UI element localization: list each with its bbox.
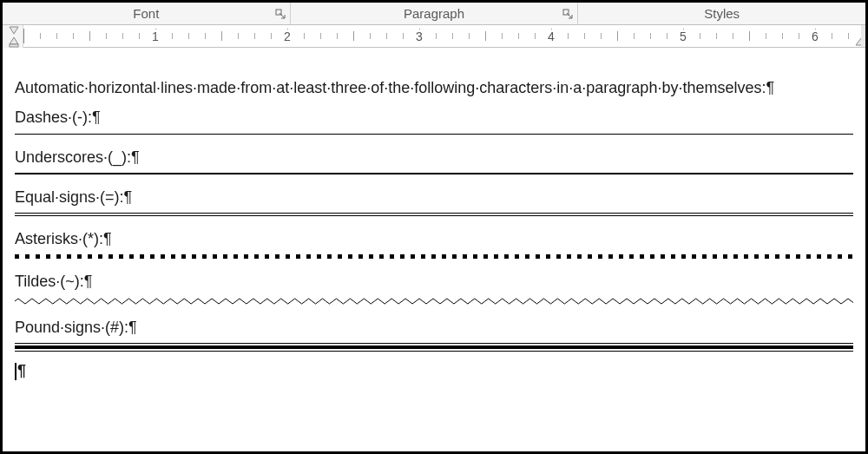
section-label: Tildes·(~):¶ bbox=[15, 271, 853, 292]
ruler-tick bbox=[634, 33, 635, 39]
ruler-tick bbox=[452, 33, 453, 39]
ruler-tick bbox=[848, 33, 849, 39]
pilcrow-icon: ¶ bbox=[17, 362, 26, 379]
ruler-tick bbox=[650, 33, 651, 39]
ruler-tick bbox=[716, 33, 717, 39]
ruler-tick bbox=[601, 33, 602, 39]
ruler-tick bbox=[782, 33, 783, 39]
ruler-tick bbox=[617, 31, 618, 41]
ruler-tick bbox=[320, 33, 321, 39]
empty-line: ¶ bbox=[15, 360, 853, 381]
ruler-tick bbox=[799, 33, 799, 39]
dialog-launcher-icon[interactable] bbox=[274, 8, 286, 20]
ruler-tick bbox=[221, 31, 222, 41]
ruler-tick bbox=[667, 33, 667, 39]
ruler-tick bbox=[56, 33, 57, 39]
horizontal-line-underscore bbox=[15, 173, 853, 174]
ruler-number: 6 bbox=[811, 30, 819, 43]
ruler-tick bbox=[733, 33, 733, 39]
ruler-tick bbox=[23, 29, 24, 43]
intro-text: Automatic·horizontal·lines·made·from·at·… bbox=[15, 77, 853, 98]
ruler-tick bbox=[238, 33, 239, 39]
ruler-tick bbox=[469, 33, 470, 39]
ruler-tick bbox=[73, 33, 74, 39]
ribbon-group-label: Paragraph bbox=[404, 6, 464, 21]
ruler-number: 4 bbox=[547, 30, 556, 43]
ruler-tick bbox=[485, 31, 486, 41]
ribbon-group-label: Font bbox=[133, 6, 159, 21]
ribbon-group-paragraph: Paragraph bbox=[291, 3, 579, 24]
horizontal-line-asterisk bbox=[15, 254, 853, 259]
ruler-tick bbox=[205, 33, 206, 39]
ruler-tick bbox=[139, 33, 140, 39]
ruler-tick bbox=[271, 33, 272, 39]
ruler-tick bbox=[568, 33, 569, 39]
ruler-number: 1 bbox=[151, 30, 160, 43]
ruler-tick bbox=[254, 33, 255, 39]
ruler-tick bbox=[353, 31, 354, 41]
ruler-tick bbox=[584, 33, 585, 39]
ribbon-group-label: Styles bbox=[704, 6, 740, 21]
section-label: Pound·signs·(#):¶ bbox=[15, 317, 853, 338]
horizontal-line-tilde bbox=[15, 298, 853, 305]
ruler-tick bbox=[535, 33, 536, 39]
ruler-tick bbox=[188, 33, 189, 39]
ruler-tick bbox=[403, 33, 404, 39]
text-cursor bbox=[15, 363, 16, 380]
indent-markers[interactable] bbox=[7, 25, 24, 48]
ribbon-group-labels: Font Paragraph Styles bbox=[3, 3, 865, 25]
ruler-margin-area bbox=[861, 25, 865, 47]
ruler-number: 2 bbox=[283, 30, 292, 43]
ruler-tick bbox=[122, 33, 123, 39]
section-label: Equal·signs·(=):¶ bbox=[15, 187, 853, 207]
ruler-tick bbox=[502, 33, 503, 39]
svg-rect-4 bbox=[10, 44, 18, 47]
ruler-tick bbox=[304, 33, 305, 39]
ruler-tick bbox=[386, 33, 387, 39]
ruler-tick bbox=[700, 33, 700, 39]
dialog-launcher-icon[interactable] bbox=[562, 8, 574, 20]
ruler-tick bbox=[832, 33, 832, 39]
horizontal-line-equal bbox=[15, 213, 853, 216]
ruler-tick bbox=[172, 33, 173, 39]
horizontal-line-dashes bbox=[15, 134, 853, 135]
section-label: Underscores·(_):¶ bbox=[15, 147, 853, 168]
horizontal-line-pound bbox=[15, 343, 853, 352]
horizontal-ruler[interactable]: 123456 bbox=[3, 25, 865, 48]
ruler-number: 5 bbox=[679, 30, 687, 43]
section-label: Dashes·(-):¶ bbox=[15, 107, 853, 128]
ruler-tick bbox=[749, 31, 750, 41]
ruler-number: 3 bbox=[415, 30, 424, 43]
svg-marker-3 bbox=[10, 37, 18, 44]
ruler-tick bbox=[436, 33, 437, 39]
ruler-tick bbox=[40, 33, 41, 39]
ruler-tick bbox=[337, 33, 338, 39]
svg-marker-2 bbox=[10, 27, 18, 34]
section-label: Asterisks·(*):¶ bbox=[15, 228, 853, 249]
ruler-tick bbox=[106, 33, 107, 39]
ruler-tick bbox=[89, 31, 90, 41]
ruler-tick bbox=[766, 33, 766, 39]
document-body[interactable]: Automatic·horizontal·lines·made·from·at·… bbox=[15, 77, 853, 390]
ruler-tick bbox=[518, 33, 519, 39]
ruler-tick bbox=[370, 33, 371, 39]
ribbon-group-font: Font bbox=[3, 3, 291, 24]
ribbon-group-styles: Styles bbox=[578, 3, 865, 24]
